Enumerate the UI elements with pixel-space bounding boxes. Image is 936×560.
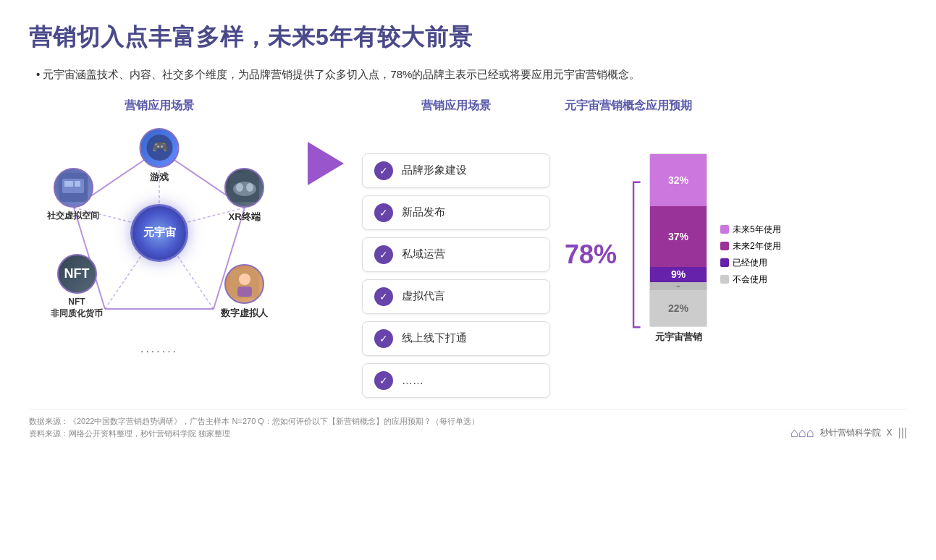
check-item-0: ✓ 品牌形象建设 — [362, 153, 550, 188]
big-percent-label: 78% — [565, 153, 620, 356]
node-game: 🎮 游戏 — [140, 128, 180, 184]
page-title: 营销切入点丰富多样，未来5年有较大前景 — [29, 22, 907, 54]
logo-icon: ⌂⌂⌂ — [790, 425, 814, 441]
svg-text:🎮: 🎮 — [151, 139, 168, 155]
svg-point-15 — [236, 183, 243, 192]
legend-dot-2 — [720, 258, 729, 267]
svg-rect-19 — [237, 287, 252, 297]
legend-dot-1 — [720, 242, 729, 250]
node-social: 社交虚拟空间 — [47, 168, 99, 222]
legend-dot-4 — [720, 275, 729, 284]
node-nft: NFT NFT非同质化货币 — [51, 254, 103, 319]
legend-item-2: 已经使用 — [720, 257, 781, 269]
check-icon-4: ✓ — [374, 329, 393, 348]
segment-32: 32% — [650, 154, 707, 207]
legend: 未来5年使用 未来2年使用 已经使用 不会使用 — [714, 153, 781, 356]
check-icon-1: ✓ — [374, 203, 393, 222]
node-xr: XR终端 — [224, 168, 264, 224]
check-icon-5: ✓ — [374, 371, 393, 390]
legend-item-1: 未来2年使用 — [720, 240, 781, 253]
checklist: ✓ 品牌形象建设 ✓ 新品发布 ✓ 私域运营 ✓ 虚拟代言 ✓ 线上线下打通 ✓… — [362, 153, 550, 398]
svg-point-16 — [246, 183, 253, 192]
footer: 数据来源：《2022中国数字营销趋势调研》，广告主样本 N=270 Q：您如何评… — [29, 409, 907, 441]
bracket — [628, 153, 642, 356]
check-item-2: ✓ 私域运营 — [362, 237, 550, 272]
bracket-svg — [628, 179, 642, 331]
footer-line1: 数据来源：《2022中国数字营销趋势调研》，广告主样本 N=270 Q：您如何评… — [29, 415, 479, 428]
legend-item-4: 不会使用 — [720, 273, 781, 286]
dots-label: ······· — [140, 345, 178, 358]
legend-item-0: 未来5年使用 — [720, 224, 781, 236]
stacked-bar: 32% 37% 9% – 22% — [649, 153, 707, 327]
right-arrow — [308, 142, 344, 185]
pentagon-diagram: 🎮 游戏 XR终端 数字虚拟人 NFT — [43, 124, 275, 341]
right-section-title: 元宇宙营销概念应用预期 — [565, 98, 907, 114]
svg-rect-23 — [75, 181, 80, 187]
segment-9: 9% — [650, 267, 707, 281]
center-node: 元宇宙 — [130, 204, 188, 262]
footer-logo: ⌂⌂⌂ 秒针营销科学院 X ||| — [790, 425, 907, 441]
logo-text: 秒针营销科学院 — [820, 427, 881, 439]
segment-22: 22% — [650, 290, 707, 326]
bar-label: 元宇宙营销 — [655, 331, 702, 344]
check-icon-3: ✓ — [374, 287, 393, 306]
left-section-title: 营销应用场景 — [125, 98, 194, 114]
left-section: 营销应用场景 🎮 游戏 — [29, 98, 290, 358]
node-digital: 数字虚拟人 — [221, 264, 268, 320]
check-item-5: ✓ …… — [362, 363, 550, 398]
footer-line2: 资料来源：网络公开资料整理，秒针营销科学院 独家整理 — [29, 428, 479, 441]
main-content: 营销应用场景 🎮 游戏 — [29, 98, 907, 398]
logo-x: X — [887, 428, 893, 438]
footer-text: 数据来源：《2022中国数字营销趋势调研》，广告主样本 N=270 Q：您如何评… — [29, 415, 479, 441]
arrow-section — [304, 142, 347, 185]
svg-point-18 — [239, 273, 250, 285]
chart-area: 78% 32% 37% 9% – 22% 元宇宙营销 — [565, 153, 907, 356]
check-item-4: ✓ 线上线下打通 — [362, 321, 550, 356]
check-icon-2: ✓ — [374, 245, 393, 264]
middle-section-title: 营销应用场景 — [362, 98, 550, 114]
check-item-3: ✓ 虚拟代言 — [362, 279, 550, 314]
legend-dot-0 — [720, 225, 729, 234]
segment-dash: – — [650, 282, 707, 290]
middle-section: 营销应用场景 ✓ 品牌形象建设 ✓ 新品发布 ✓ 私域运营 ✓ 虚拟代言 ✓ 线… — [362, 98, 550, 398]
mart-logo: ||| — [898, 426, 907, 439]
bullet-text: 元宇宙涵盖技术、内容、社交多个维度，为品牌营销提供了众多切入点，78%的品牌主表… — [29, 65, 907, 84]
svg-rect-22 — [64, 181, 73, 187]
check-icon-0: ✓ — [374, 161, 393, 180]
bar-wrapper: 32% 37% 9% – 22% 元宇宙营销 — [649, 153, 707, 356]
segment-37: 37% — [650, 206, 707, 267]
right-section: 元宇宙营销概念应用预期 78% 32% 37% 9% – 22% 元宇宙营销 — [565, 98, 907, 356]
check-item-1: ✓ 新品发布 — [362, 195, 550, 230]
